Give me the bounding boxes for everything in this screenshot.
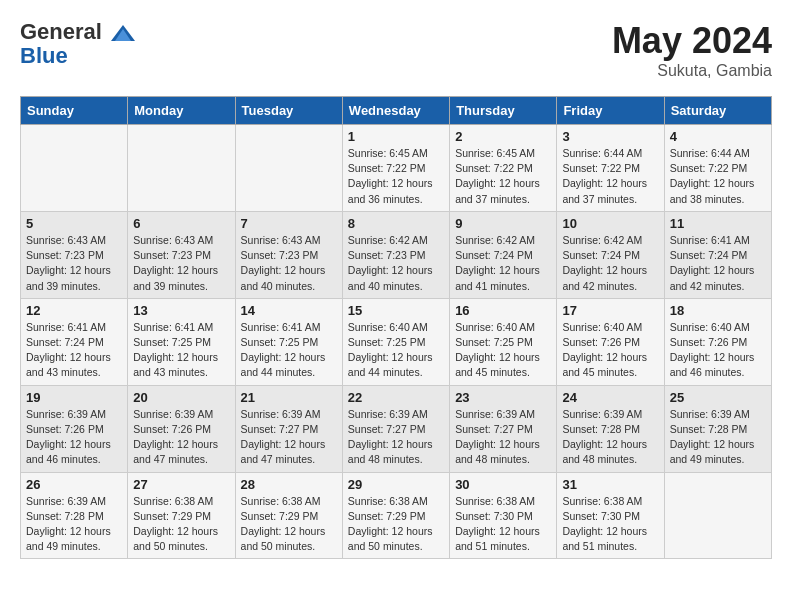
week-row-1: 1Sunrise: 6:45 AM Sunset: 7:22 PM Daylig… [21,125,772,212]
days-header-row: SundayMondayTuesdayWednesdayThursdayFrid… [21,97,772,125]
day-number: 23 [455,390,551,405]
day-cell: 22Sunrise: 6:39 AM Sunset: 7:27 PM Dayli… [342,385,449,472]
day-header-friday: Friday [557,97,664,125]
day-cell [21,125,128,212]
day-info: Sunrise: 6:41 AM Sunset: 7:25 PM Dayligh… [133,320,229,381]
day-number: 1 [348,129,444,144]
day-cell: 31Sunrise: 6:38 AM Sunset: 7:30 PM Dayli… [557,472,664,559]
day-number: 16 [455,303,551,318]
day-cell [128,125,235,212]
day-info: Sunrise: 6:38 AM Sunset: 7:29 PM Dayligh… [133,494,229,555]
day-number: 4 [670,129,766,144]
day-number: 28 [241,477,337,492]
day-cell: 20Sunrise: 6:39 AM Sunset: 7:26 PM Dayli… [128,385,235,472]
day-cell: 26Sunrise: 6:39 AM Sunset: 7:28 PM Dayli… [21,472,128,559]
day-info: Sunrise: 6:39 AM Sunset: 7:27 PM Dayligh… [241,407,337,468]
day-cell: 4Sunrise: 6:44 AM Sunset: 7:22 PM Daylig… [664,125,771,212]
day-cell: 3Sunrise: 6:44 AM Sunset: 7:22 PM Daylig… [557,125,664,212]
day-header-thursday: Thursday [450,97,557,125]
day-cell: 7Sunrise: 6:43 AM Sunset: 7:23 PM Daylig… [235,211,342,298]
day-number: 22 [348,390,444,405]
day-cell: 19Sunrise: 6:39 AM Sunset: 7:26 PM Dayli… [21,385,128,472]
day-number: 5 [26,216,122,231]
day-info: Sunrise: 6:44 AM Sunset: 7:22 PM Dayligh… [562,146,658,207]
day-header-monday: Monday [128,97,235,125]
day-number: 27 [133,477,229,492]
day-info: Sunrise: 6:40 AM Sunset: 7:25 PM Dayligh… [455,320,551,381]
day-number: 6 [133,216,229,231]
day-info: Sunrise: 6:42 AM Sunset: 7:24 PM Dayligh… [455,233,551,294]
day-number: 18 [670,303,766,318]
day-number: 15 [348,303,444,318]
day-number: 12 [26,303,122,318]
day-header-tuesday: Tuesday [235,97,342,125]
calendar-table: SundayMondayTuesdayWednesdayThursdayFrid… [20,96,772,559]
day-cell [235,125,342,212]
day-cell: 12Sunrise: 6:41 AM Sunset: 7:24 PM Dayli… [21,298,128,385]
day-cell: 5Sunrise: 6:43 AM Sunset: 7:23 PM Daylig… [21,211,128,298]
logo-blue: Blue [20,44,138,68]
page-header: General Blue May 2024 Sukuta, Gambia [20,20,772,80]
day-cell: 18Sunrise: 6:40 AM Sunset: 7:26 PM Dayli… [664,298,771,385]
day-number: 20 [133,390,229,405]
day-cell: 8Sunrise: 6:42 AM Sunset: 7:23 PM Daylig… [342,211,449,298]
day-info: Sunrise: 6:41 AM Sunset: 7:24 PM Dayligh… [670,233,766,294]
day-info: Sunrise: 6:38 AM Sunset: 7:30 PM Dayligh… [455,494,551,555]
day-info: Sunrise: 6:45 AM Sunset: 7:22 PM Dayligh… [455,146,551,207]
week-row-2: 5Sunrise: 6:43 AM Sunset: 7:23 PM Daylig… [21,211,772,298]
day-header-sunday: Sunday [21,97,128,125]
day-cell: 13Sunrise: 6:41 AM Sunset: 7:25 PM Dayli… [128,298,235,385]
day-number: 30 [455,477,551,492]
day-number: 17 [562,303,658,318]
day-cell: 29Sunrise: 6:38 AM Sunset: 7:29 PM Dayli… [342,472,449,559]
day-cell: 17Sunrise: 6:40 AM Sunset: 7:26 PM Dayli… [557,298,664,385]
day-cell: 16Sunrise: 6:40 AM Sunset: 7:25 PM Dayli… [450,298,557,385]
day-number: 13 [133,303,229,318]
day-info: Sunrise: 6:45 AM Sunset: 7:22 PM Dayligh… [348,146,444,207]
day-info: Sunrise: 6:39 AM Sunset: 7:26 PM Dayligh… [26,407,122,468]
week-row-5: 26Sunrise: 6:39 AM Sunset: 7:28 PM Dayli… [21,472,772,559]
day-info: Sunrise: 6:39 AM Sunset: 7:26 PM Dayligh… [133,407,229,468]
day-info: Sunrise: 6:39 AM Sunset: 7:28 PM Dayligh… [26,494,122,555]
day-info: Sunrise: 6:43 AM Sunset: 7:23 PM Dayligh… [241,233,337,294]
day-number: 2 [455,129,551,144]
day-number: 14 [241,303,337,318]
day-cell: 2Sunrise: 6:45 AM Sunset: 7:22 PM Daylig… [450,125,557,212]
logo-icon-svg [102,19,138,44]
day-number: 31 [562,477,658,492]
day-number: 26 [26,477,122,492]
day-number: 9 [455,216,551,231]
day-cell: 14Sunrise: 6:41 AM Sunset: 7:25 PM Dayli… [235,298,342,385]
calendar-month-year: May 2024 [612,20,772,62]
day-cell: 10Sunrise: 6:42 AM Sunset: 7:24 PM Dayli… [557,211,664,298]
day-info: Sunrise: 6:40 AM Sunset: 7:25 PM Dayligh… [348,320,444,381]
day-cell: 24Sunrise: 6:39 AM Sunset: 7:28 PM Dayli… [557,385,664,472]
day-cell: 23Sunrise: 6:39 AM Sunset: 7:27 PM Dayli… [450,385,557,472]
day-number: 8 [348,216,444,231]
day-number: 19 [26,390,122,405]
day-number: 10 [562,216,658,231]
day-cell: 25Sunrise: 6:39 AM Sunset: 7:28 PM Dayli… [664,385,771,472]
day-info: Sunrise: 6:39 AM Sunset: 7:28 PM Dayligh… [670,407,766,468]
day-info: Sunrise: 6:41 AM Sunset: 7:25 PM Dayligh… [241,320,337,381]
day-cell: 1Sunrise: 6:45 AM Sunset: 7:22 PM Daylig… [342,125,449,212]
logo: General Blue [20,20,138,68]
week-row-4: 19Sunrise: 6:39 AM Sunset: 7:26 PM Dayli… [21,385,772,472]
day-cell: 21Sunrise: 6:39 AM Sunset: 7:27 PM Dayli… [235,385,342,472]
day-cell: 6Sunrise: 6:43 AM Sunset: 7:23 PM Daylig… [128,211,235,298]
day-info: Sunrise: 6:38 AM Sunset: 7:30 PM Dayligh… [562,494,658,555]
day-cell [664,472,771,559]
day-number: 24 [562,390,658,405]
day-number: 7 [241,216,337,231]
day-cell: 30Sunrise: 6:38 AM Sunset: 7:30 PM Dayli… [450,472,557,559]
day-info: Sunrise: 6:38 AM Sunset: 7:29 PM Dayligh… [348,494,444,555]
day-info: Sunrise: 6:39 AM Sunset: 7:27 PM Dayligh… [455,407,551,468]
day-info: Sunrise: 6:38 AM Sunset: 7:29 PM Dayligh… [241,494,337,555]
day-cell: 11Sunrise: 6:41 AM Sunset: 7:24 PM Dayli… [664,211,771,298]
day-number: 25 [670,390,766,405]
day-header-saturday: Saturday [664,97,771,125]
day-number: 29 [348,477,444,492]
day-cell: 28Sunrise: 6:38 AM Sunset: 7:29 PM Dayli… [235,472,342,559]
day-header-wednesday: Wednesday [342,97,449,125]
day-info: Sunrise: 6:39 AM Sunset: 7:27 PM Dayligh… [348,407,444,468]
